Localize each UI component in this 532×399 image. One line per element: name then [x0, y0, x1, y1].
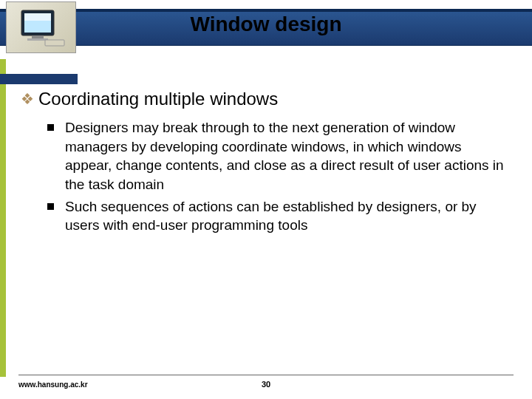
slide-header: Window design — [0, 0, 532, 53]
bullet-list: Designers may break through to the next … — [47, 118, 510, 235]
section-heading-text: Coordinating multiple windows — [38, 89, 278, 109]
footer-page-number: 30 — [262, 380, 270, 389]
footer-divider — [18, 375, 514, 375]
list-item: Designers may break through to the next … — [47, 118, 510, 194]
slide-content: ❖ Coordinating multiple windows Designer… — [21, 89, 510, 238]
side-accent-dark — [0, 74, 78, 84]
side-accent — [0, 59, 6, 377]
page-title: Window design — [0, 0, 532, 48]
list-item: Such sequences of actions can be establi… — [47, 197, 510, 235]
footer-url: www.hansung.ac.kr — [18, 381, 88, 389]
section-heading: ❖ Coordinating multiple windows — [21, 89, 510, 109]
diamond-bullet-icon: ❖ — [21, 92, 34, 106]
